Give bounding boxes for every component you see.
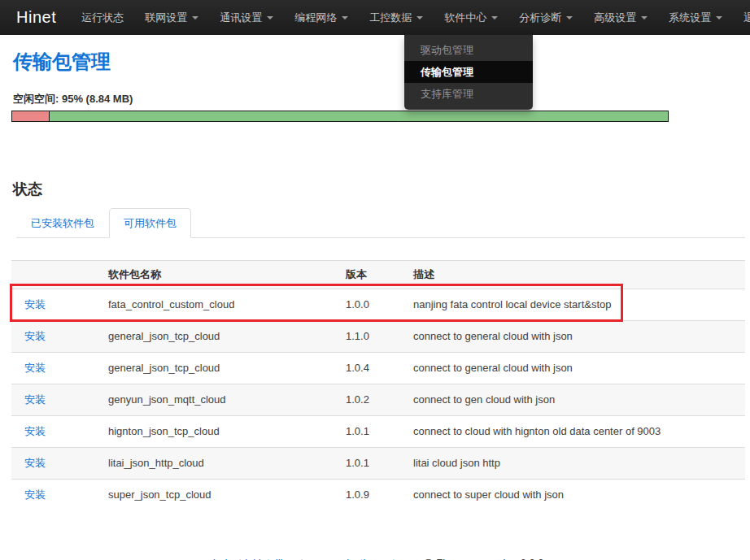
install-cell: 安装 [11,353,102,384]
install-link[interactable]: 安装 [24,362,46,374]
package-version: 1.0.0 [339,289,407,321]
install-cell: 安装 [11,289,102,321]
nav-link-软件中心-open[interactable]: 软件中心 [434,0,508,35]
tab-link-可用软件包[interactable]: 可用软件包 [109,208,191,238]
table-row: 安装litai_json_http_cloud1.0.1litai cloud … [11,448,745,480]
nav-item-分析诊断: 分析诊断 [508,0,583,35]
nav-item-通讯设置: 通讯设置 [209,0,284,35]
free-space-label: 空闲空间: 95% (8.84 MB) [13,92,745,106]
dropdown-item-传输包管理[interactable]: 传输包管理 [404,61,533,83]
install-cell: 安装 [11,448,102,480]
install-cell: 安装 [11,480,102,511]
nav-link-系统设置[interactable]: 系统设置 [658,0,733,35]
package-version: 1.0.2 [339,384,407,416]
nav-item-联网设置: 联网设置 [134,0,209,35]
packages-table: 软件包名称版本描述 安装fata_control_custom_cloud1.0… [11,260,745,510]
package-version: 1.1.0 [339,321,407,353]
nav-item-退出: 退出 [733,0,750,35]
install-link[interactable]: 安装 [24,298,46,310]
caret-down-icon [416,16,423,20]
package-name: super_json_tcp_cloud [102,480,339,511]
table-row: 安装hignton_json_tcp_cloud1.0.1connect to … [11,416,745,448]
nav-item-运行状态: 运行状态 [71,0,134,35]
package-description: connect to gen cloud with json [407,384,745,416]
nav-item-高级设置: 高级设置 [583,0,658,35]
nav-item-编程网络: 编程网络 [284,0,359,35]
table-row: 安装super_json_tcp_cloud1.0.9connect to su… [11,480,745,511]
nav-item-工控数据: 工控数据 [359,0,434,35]
install-cell: 安装 [11,384,102,416]
package-name: fata_control_custom_cloud [102,289,339,321]
package-tabs: 已安装软件包可用软件包 [16,208,745,238]
column-header-版本: 版本 [339,261,407,289]
install-cell: 安装 [11,416,102,448]
nav-link-通讯设置[interactable]: 通讯设置 [209,0,284,35]
footer: Industrial intelligent communication gat… [11,557,745,560]
nav-link-运行状态[interactable]: 运行状态 [71,0,134,35]
brand-logo[interactable]: Hinet [16,8,56,27]
package-description: nanjing fata control local device start&… [407,289,745,321]
table-row: 安装general_json_tcp_cloud1.1.0connect to … [11,321,745,353]
tab-已安装软件包: 已安装软件包 [16,208,109,237]
caret-down-icon [491,16,498,20]
package-description: litai cloud json http [407,448,745,480]
install-link[interactable]: 安装 [24,457,46,469]
column-header-软件包名称: 软件包名称 [102,261,339,289]
nav-link-高级设置[interactable]: 高级设置 [583,0,658,35]
page-title: 传输包管理 [13,49,745,75]
install-link[interactable]: 安装 [24,330,46,342]
caret-down-icon [716,16,722,20]
package-name: general_json_tcp_cloud [102,353,339,384]
tab-link-已安装软件包[interactable]: 已安装软件包 [16,208,109,238]
column-header-描述: 描述 [407,261,745,289]
footer-gateway-link[interactable]: Industrial intelligent communication gat… [213,557,420,560]
tab-可用软件包: 可用软件包 [109,208,191,237]
package-name: litai_json_http_cloud [102,448,339,480]
package-description: connect to general cloud with json [407,353,745,384]
package-name: general_json_tcp_cloud [102,321,339,353]
package-description: connect to cloud with hignton old data c… [407,416,745,448]
nav-item-软件中心: 软件中心 [434,0,508,35]
nav-link-退出[interactable]: 退出 [733,0,750,35]
caret-down-icon [342,16,348,20]
table-header-row: 软件包名称版本描述 [11,261,745,289]
main-nav: 运行状态联网设置通讯设置编程网络工控数据软件中心分析诊断高级设置系统设置退出 [71,0,750,35]
table-row: 安装genyun_json_mqtt_cloud1.0.2connect to … [11,384,745,416]
install-cell: 安装 [11,321,102,353]
nav-link-编程网络[interactable]: 编程网络 [284,0,359,35]
packages-table-wrap: 软件包名称版本描述 安装fata_control_custom_cloud1.0… [11,260,745,510]
dropdown-item-驱动包管理[interactable]: 驱动包管理 [404,39,533,61]
package-version: 1.0.9 [339,480,407,511]
table-row: 安装general_json_tcp_cloud1.0.4connect to … [11,353,745,384]
nav-link-联网设置[interactable]: 联网设置 [134,0,209,35]
caret-down-icon [566,16,573,20]
software-center-dropdown: 驱动包管理传输包管理支持库管理 [404,35,533,110]
package-description: connect to general cloud with json [407,321,745,353]
package-name: hignton_json_tcp_cloud [102,416,339,448]
nav-link-分析诊断[interactable]: 分析诊断 [508,0,583,35]
dropdown-item-支持库管理[interactable]: 支持库管理 [404,83,533,105]
column-header-empty [11,261,102,289]
install-link[interactable]: 安装 [24,425,46,437]
table-row-highlighted: 安装fata_control_custom_cloud1.0.0nanjing … [11,289,745,321]
free-space-segment [50,111,668,121]
top-navbar: Hinet 运行状态联网设置通讯设置编程网络工控数据软件中心分析诊断高级设置系统… [0,0,750,35]
status-heading: 状态 [13,180,745,199]
install-link[interactable]: 安装 [24,488,46,501]
install-link[interactable]: 安装 [24,393,46,406]
caret-down-icon [641,16,648,20]
package-description: connect to super cloud with json [407,480,745,511]
package-version: 1.0.1 [339,448,407,480]
caret-down-icon [192,16,198,20]
package-version: 1.0.4 [339,353,407,384]
nav-item-系统设置: 系统设置 [658,0,733,35]
used-space-segment [12,111,50,121]
package-version: 1.0.1 [339,416,407,448]
nav-link-工控数据[interactable]: 工控数据 [359,0,434,35]
footer-firmware-version: @ Firmware version 6.0.0 [420,557,544,560]
caret-down-icon [267,16,273,20]
page-content: 传输包管理 空闲空间: 95% (8.84 MB) 状态 已安装软件包可用软件包… [0,49,750,560]
storage-progressbar [11,111,669,122]
package-name: genyun_json_mqtt_cloud [102,384,339,416]
